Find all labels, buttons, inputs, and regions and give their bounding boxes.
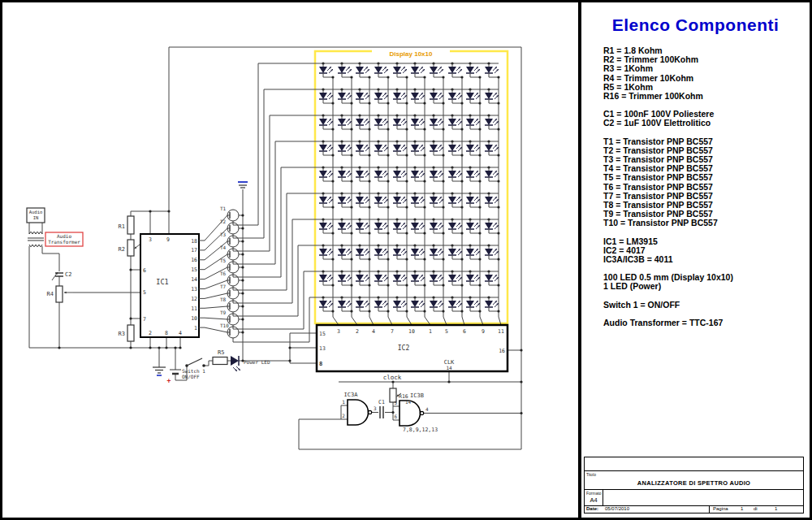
junction-dot	[478, 102, 481, 104]
junction-dot	[442, 258, 444, 260]
led-icon	[393, 119, 401, 125]
led-icon	[466, 223, 474, 229]
component-group: IC1 = LM3915IC2 = 4017IC3A/IC3B = 4011	[603, 237, 810, 265]
junction-dot	[387, 102, 389, 104]
led-icon	[411, 249, 419, 255]
transistor-label: T9	[220, 310, 227, 315]
junction-dot	[368, 102, 370, 104]
r2-label: R2	[119, 246, 125, 253]
junction-dot	[350, 76, 352, 78]
ic1-pin-number: 16	[191, 257, 197, 263]
led-icon	[448, 171, 456, 177]
junction-dot	[387, 206, 389, 208]
r1-resistor	[127, 216, 134, 234]
junction-dot	[368, 258, 370, 260]
led-icon	[319, 171, 327, 177]
junction-dot	[331, 206, 334, 208]
junction-dot	[350, 258, 352, 260]
junction-dot	[174, 346, 176, 349]
junction-dot	[241, 331, 244, 333]
led-icon	[430, 93, 438, 99]
led-icon	[356, 275, 364, 281]
junction-dot	[241, 253, 244, 255]
switch-label: Switch 1	[182, 368, 205, 374]
junction-dot	[405, 310, 408, 312]
date-label: Date:	[586, 506, 598, 511]
led-icon	[466, 249, 474, 255]
junction-dot	[405, 154, 408, 156]
junction-dot	[423, 102, 425, 104]
r5-label: R5	[218, 349, 224, 356]
led-icon	[466, 301, 474, 307]
audio-transformer-label: Audio	[57, 233, 71, 239]
junction-dot	[460, 258, 463, 260]
led-icon	[338, 197, 346, 203]
junction-dot	[442, 180, 444, 182]
junction-dot	[460, 154, 463, 156]
junction-dot	[460, 232, 463, 234]
led-icon	[411, 171, 419, 177]
junction-dot	[423, 128, 425, 130]
junction-dot	[387, 154, 389, 156]
junction-dot	[460, 310, 463, 312]
junction-dot	[405, 128, 408, 130]
junction-dot	[241, 279, 244, 281]
transistor-label: T2	[220, 219, 227, 224]
wire	[205, 306, 227, 308]
junction-dot	[331, 76, 334, 78]
junction-dot	[478, 206, 481, 208]
title-block: Titolo ANALIZZATORE DI SPETTRO AUDIO For…	[584, 457, 804, 514]
junction-dot	[478, 258, 481, 260]
transistor-label: T10	[220, 323, 229, 328]
led-icon	[430, 197, 438, 203]
ic2-pin-number: 13	[319, 345, 326, 352]
junction-dot	[405, 232, 408, 234]
led-icon	[393, 249, 401, 255]
junction-dot	[497, 206, 499, 208]
ic1-pin-number: 1	[194, 325, 197, 332]
formato-value: A4	[585, 496, 603, 504]
led-icon	[430, 223, 438, 229]
component-line: T10 = Transistor PNP BC557	[603, 219, 810, 228]
ic3a-pin-number: 3	[374, 405, 377, 411]
junction-dot	[460, 102, 463, 104]
ic1-pin-number: 2	[149, 330, 152, 336]
ic1-pin-number: 3	[149, 236, 152, 243]
led-icon	[319, 197, 327, 203]
ic2-pin-number: 9	[482, 328, 485, 335]
led-icon	[393, 67, 401, 73]
wire	[205, 318, 227, 319]
junction-dot	[497, 154, 499, 156]
junction-dot	[447, 380, 450, 383]
led-icon	[448, 67, 456, 73]
led-icon	[319, 223, 327, 229]
junction-dot	[387, 128, 389, 130]
page-root: { "right_panel": { "title": "Elenco Comp…	[0, 0, 812, 520]
led-icon	[411, 119, 419, 125]
junction-dot	[368, 180, 370, 182]
junction-dot	[423, 180, 425, 182]
junction-dot	[368, 284, 370, 286]
led-icon	[448, 93, 456, 99]
led-icon	[430, 171, 438, 177]
transformer-primary-coil	[29, 232, 42, 235]
transistor-label: T5	[220, 258, 227, 263]
ic1-pin-number: 18	[191, 238, 197, 245]
junction-dot	[460, 284, 463, 286]
led-icon	[319, 275, 327, 281]
component-group: T1 = Transistor PNP BC557T2 = Transistor…	[603, 137, 810, 228]
junction-dot	[241, 292, 244, 294]
ic2-pin-number: 15	[319, 331, 326, 337]
junction-dot	[149, 346, 151, 349]
led-icon	[338, 275, 346, 281]
led-icon	[485, 119, 493, 125]
transistor-label: T1	[220, 206, 227, 211]
ic1-pin-number: 17	[191, 247, 197, 254]
ic3a-pin-number: 2	[342, 413, 345, 418]
junction-dot	[129, 346, 132, 349]
junction-dot	[520, 349, 522, 351]
ic1-pin-number: 15	[191, 266, 197, 273]
junction-dot	[350, 232, 352, 234]
junction-dot	[158, 346, 160, 349]
junction-dot	[331, 102, 334, 104]
